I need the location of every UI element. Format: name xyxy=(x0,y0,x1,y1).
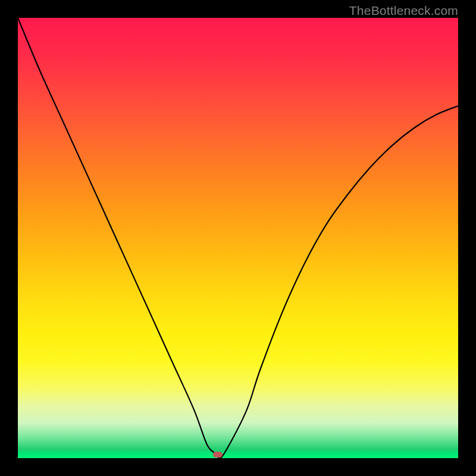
optimal-point-marker xyxy=(213,452,223,458)
bottleneck-curve-line xyxy=(18,18,458,458)
curve-svg xyxy=(18,18,458,458)
watermark-text: TheBottleneck.com xyxy=(349,4,458,18)
plot-area xyxy=(18,18,458,458)
chart-frame: TheBottleneck.com xyxy=(0,0,476,476)
